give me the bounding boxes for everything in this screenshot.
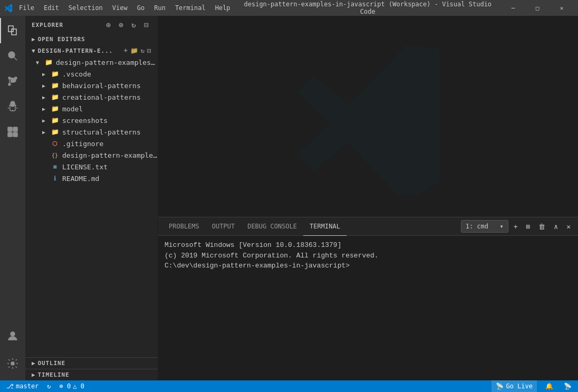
sidebar-header-icons: ⊕ ⊕ ↻ ⊟	[104, 20, 151, 30]
menu-edit[interactable]: Edit	[40, 3, 63, 13]
minimize-button[interactable]: ─	[501, 0, 525, 16]
ws-refresh-icon[interactable]: ↻	[141, 47, 145, 54]
terminal-dropdown-arrow: ▾	[499, 223, 503, 230]
activity-settings[interactable]	[0, 351, 25, 376]
title-bar: File Edit Selection View Go Run Terminal…	[0, 0, 578, 16]
outline-label[interactable]: ▶ OUTLINE	[25, 358, 158, 369]
notifications-button[interactable]: 🔔	[543, 380, 555, 392]
tree-item-readme[interactable]: ℹ README.md	[25, 173, 158, 184]
new-file-icon[interactable]: ⊕	[104, 20, 113, 30]
menu-help[interactable]: Help	[211, 3, 235, 13]
menu-bar: File Edit Selection View Go Run Terminal…	[15, 3, 235, 13]
terminal-content[interactable]: Microsoft Windows [Version 10.0.18363.13…	[158, 236, 578, 380]
screenshots-icon: 📁	[51, 116, 59, 125]
workspace-section[interactable]: ▼ DESIGN-PATTERN-E... + 📁 ↻ ⊟	[25, 45, 158, 56]
menu-terminal[interactable]: Terminal	[171, 3, 210, 13]
activity-debug[interactable]	[0, 94, 25, 119]
trash-terminal-button[interactable]: 🗑	[535, 219, 548, 234]
tree-item-screenshots[interactable]: ▶ 📁 screenshots	[25, 114, 158, 126]
split-terminal-button[interactable]: ⊞	[523, 219, 534, 234]
close-panel-button[interactable]: ✕	[563, 219, 574, 234]
go-live-label: Go Live	[506, 383, 533, 390]
git-branch[interactable]: ⎇ master	[4, 380, 41, 392]
gitignore-icon: ⬡	[51, 139, 59, 148]
window-title: design-pattern-examples-in-javascript (W…	[235, 1, 501, 15]
editor-area[interactable]	[158, 16, 578, 217]
activity-explorer[interactable]	[0, 18, 25, 43]
go-live-button[interactable]: 📡 Go Live	[492, 380, 537, 392]
tab-debug-console[interactable]: DEBUG CONSOLE	[241, 217, 303, 236]
ws-newfile-icon[interactable]: +	[124, 47, 128, 54]
errors-count[interactable]: ⊗ 0 △ 0	[57, 380, 86, 392]
add-terminal-button[interactable]: +	[510, 219, 521, 234]
tree-item-behavioral[interactable]: ▶ 📁 behavioral-patterns	[25, 80, 158, 91]
menu-file[interactable]: File	[15, 3, 38, 13]
structural-arrow: ▶	[42, 129, 51, 135]
workspace-label: DESIGN-PATTERN-E...	[38, 47, 113, 54]
sidebar-header: EXPLORER ⊕ ⊕ ↻ ⊟	[25, 16, 158, 34]
behavioral-arrow: ▶	[42, 83, 51, 89]
errors-label: ⊗ 0	[60, 383, 71, 390]
open-editors-section[interactable]: ▶ OPEN EDITORS	[25, 34, 158, 45]
tree-item-structural[interactable]: ▶ 📁 structural-patterns	[25, 126, 158, 138]
menu-view[interactable]: View	[108, 3, 132, 13]
tree-item-license[interactable]: ≡ LICENSE.txt	[25, 161, 158, 173]
explorer-title: EXPLORER	[32, 22, 63, 28]
timeline-text: TIMELINE	[38, 371, 70, 378]
tab-problems[interactable]: PROBLEMS	[162, 217, 206, 236]
tab-terminal[interactable]: TERMINAL	[303, 217, 346, 236]
tree-item-gitignore[interactable]: ⬡ .gitignore	[25, 138, 158, 149]
maximize-button[interactable]: □	[525, 0, 550, 16]
terminal-tab-bar: PROBLEMS OUTPUT DEBUG CONSOLE TERMINAL 1…	[158, 217, 578, 236]
broadcast-button[interactable]: 📡	[562, 380, 574, 392]
outline-section: ▶ OUTLINE	[25, 357, 158, 369]
menu-run[interactable]: Run	[150, 3, 170, 13]
tab-output[interactable]: OUTPUT	[206, 217, 241, 236]
vscode-watermark	[289, 36, 447, 196]
tree-item-json[interactable]: {} design-pattern-examples-in-javas...	[25, 149, 158, 161]
outline-arrow: ▶	[32, 360, 36, 367]
readme-label: README.md	[62, 175, 158, 183]
activity-account[interactable]	[0, 323, 25, 349]
menu-selection[interactable]: Selection	[64, 3, 107, 13]
terminal-prompt: C:\dev\design-pattern-examples-in-javasc…	[165, 261, 572, 271]
structural-label: structural-patterns	[62, 128, 158, 136]
activity-source-control[interactable]	[0, 69, 25, 94]
activity-search[interactable]	[0, 43, 25, 69]
ws-newfolder-icon[interactable]: 📁	[130, 47, 139, 54]
status-left: ⎇ master ↻ ⊗ 0 △ 0	[4, 380, 86, 392]
svg-point-12	[11, 332, 15, 336]
model-label: model	[62, 105, 158, 113]
collapse-icon[interactable]: ⊟	[142, 20, 151, 30]
root-folder-item[interactable]: ▼ 📁 design-pattern-examples-in-javascr..…	[25, 56, 158, 68]
tree-item-vscode[interactable]: ▶ 📁 .vscode	[25, 68, 158, 80]
creational-icon: 📁	[51, 93, 59, 101]
tree-item-model[interactable]: ▶ 📁 model	[25, 103, 158, 114]
refresh-icon[interactable]: ↻	[129, 20, 139, 30]
terminal-controls: 1: cmd ▾ + ⊞ 🗑 ∧ ✕	[461, 219, 574, 234]
outline-text: OUTLINE	[38, 360, 66, 367]
license-label: LICENSE.txt	[62, 163, 158, 171]
sync-button[interactable]: ↻	[45, 380, 53, 392]
tree-item-creational[interactable]: ▶ 📁 creational-patterns	[25, 91, 158, 103]
svg-rect-11	[13, 132, 17, 137]
sync-icon: ↻	[47, 383, 51, 390]
open-editors-label: OPEN EDITORS	[38, 36, 85, 43]
terminal-instance-dropdown[interactable]: 1: cmd ▾	[461, 220, 508, 233]
activity-extensions[interactable]	[0, 119, 25, 145]
svg-rect-8	[8, 127, 12, 131]
maximize-panel-button[interactable]: ∧	[551, 219, 561, 234]
svg-rect-9	[13, 127, 17, 131]
svg-point-4	[8, 77, 11, 79]
terminal-instance-label: 1: cmd	[466, 223, 488, 230]
workspace-icons: + 📁 ↻ ⊟	[124, 47, 151, 54]
ws-collapse-icon[interactable]: ⊟	[147, 47, 151, 54]
close-button[interactable]: ✕	[550, 0, 574, 16]
window-controls: ─ □ ✕	[501, 0, 574, 16]
timeline-arrow: ▶	[32, 371, 36, 378]
timeline-label[interactable]: ▶ TIMELINE	[25, 369, 158, 380]
status-right: 📡 Go Live 🔔 📡	[492, 380, 574, 392]
menu-go[interactable]: Go	[133, 3, 149, 13]
new-folder-icon[interactable]: ⊕	[117, 20, 126, 30]
sidebar-spacer	[25, 184, 158, 357]
